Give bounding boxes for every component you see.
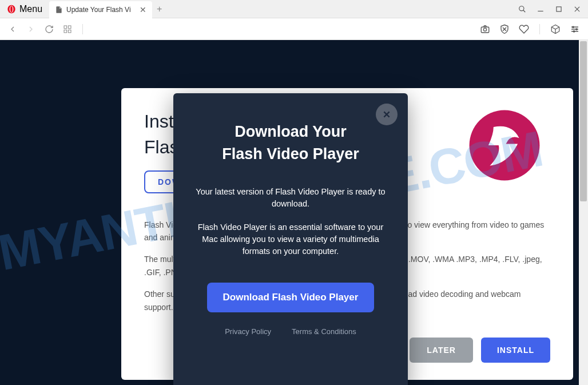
shield-icon[interactable] xyxy=(499,24,510,34)
snapshot-icon[interactable] xyxy=(480,24,490,34)
svg-point-2 xyxy=(10,6,13,12)
speed-dial-icon[interactable] xyxy=(63,25,72,34)
window-close-icon[interactable] xyxy=(573,5,581,13)
titlebar: Menu Update Your Flash Vi ✕ + xyxy=(0,0,588,18)
reload-icon[interactable] xyxy=(45,25,54,34)
back-icon[interactable] xyxy=(8,25,17,34)
toolbar-divider xyxy=(539,24,540,34)
forward-icon[interactable] xyxy=(26,25,35,34)
menu-label: Menu xyxy=(19,4,42,14)
svg-point-14 xyxy=(483,28,486,31)
svg-rect-12 xyxy=(68,30,71,33)
scrollbar-thumb[interactable] xyxy=(580,41,587,201)
search-icon[interactable] xyxy=(518,5,526,13)
modal-title: Download Your Flash Video Player xyxy=(194,121,387,165)
tab-title: Update Your Flash Vi xyxy=(66,6,136,14)
svg-point-22 xyxy=(573,30,574,31)
opera-logo-icon xyxy=(7,5,16,14)
close-icon xyxy=(382,110,391,119)
svg-line-4 xyxy=(523,10,526,12)
modal-text1: Your latest version of Flash Video Playe… xyxy=(194,186,387,210)
modal-links: Privacy Policy Terms & Conditions xyxy=(194,327,387,336)
modal-close-button[interactable] xyxy=(376,104,398,125)
svg-rect-9 xyxy=(64,26,67,29)
terms-link[interactable]: Terms & Conditions xyxy=(292,327,356,336)
svg-rect-10 xyxy=(68,26,71,29)
modal-title-line1: Download Your xyxy=(235,123,347,140)
tab-close-icon[interactable]: ✕ xyxy=(140,5,146,14)
opera-menu-button[interactable]: Menu xyxy=(0,0,49,18)
toolbar xyxy=(0,18,588,40)
later-button[interactable]: LATER xyxy=(410,338,473,363)
toolbar-divider xyxy=(82,24,83,34)
modal-text2: Flash Video Player is an essential softw… xyxy=(194,221,387,257)
svg-rect-6 xyxy=(557,6,561,11)
install-button[interactable]: INSTALL xyxy=(481,338,550,363)
svg-point-3 xyxy=(519,6,524,10)
heart-icon[interactable] xyxy=(519,24,529,34)
svg-point-20 xyxy=(573,26,574,27)
tab-active[interactable]: Update Your Flash Vi ✕ xyxy=(49,1,152,18)
maximize-icon[interactable] xyxy=(555,5,563,13)
new-tab-button[interactable]: + xyxy=(152,4,166,14)
minimize-icon[interactable] xyxy=(537,5,545,13)
modal-download-button[interactable]: Download Flash Video Player xyxy=(207,283,375,312)
cube-icon[interactable] xyxy=(550,24,561,34)
document-icon xyxy=(55,6,63,14)
modal-title-line2: Flash Video Player xyxy=(222,145,359,162)
svg-point-21 xyxy=(576,28,577,29)
page-viewport: Install the new Flash Video Player DOWNL… xyxy=(0,40,588,385)
download-modal: Download Your Flash Video Player Your la… xyxy=(173,93,408,385)
card-actions: LATER INSTALL xyxy=(410,338,550,363)
privacy-policy-link[interactable]: Privacy Policy xyxy=(225,327,271,336)
easy-setup-icon[interactable] xyxy=(570,24,580,34)
scrollbar[interactable] xyxy=(579,40,588,385)
svg-rect-11 xyxy=(64,30,67,33)
flash-logo-icon xyxy=(468,109,541,182)
